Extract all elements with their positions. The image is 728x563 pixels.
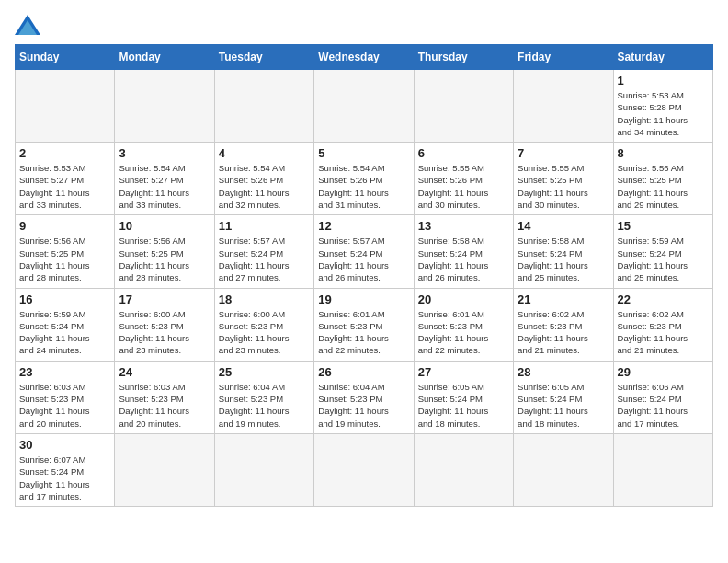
calendar-week-row: 9Sunrise: 5:56 AM Sunset: 5:25 PM Daylig… (16, 215, 713, 288)
day-number: 3 (119, 146, 210, 160)
day-number: 29 (618, 365, 709, 379)
calendar-cell: 24Sunrise: 6:03 AM Sunset: 5:23 PM Dayli… (115, 361, 214, 433)
calendar-week-row: 2Sunrise: 5:53 AM Sunset: 5:27 PM Daylig… (16, 143, 713, 215)
day-info: Sunrise: 5:53 AM Sunset: 5:27 PM Dayligh… (19, 162, 110, 211)
calendar-cell: 14Sunrise: 5:58 AM Sunset: 5:24 PM Dayli… (514, 215, 613, 288)
calendar-cell: 12Sunrise: 5:57 AM Sunset: 5:24 PM Dayli… (314, 215, 414, 288)
day-number: 18 (219, 293, 310, 306)
calendar-cell (414, 70, 513, 143)
day-number: 25 (219, 365, 310, 379)
day-number: 27 (418, 365, 509, 379)
calendar-cell: 28Sunrise: 6:05 AM Sunset: 5:24 PM Dayli… (514, 361, 613, 433)
calendar-cell: 13Sunrise: 5:58 AM Sunset: 5:24 PM Dayli… (414, 215, 513, 288)
calendar-cell: 27Sunrise: 6:05 AM Sunset: 5:24 PM Dayli… (414, 361, 513, 433)
calendar-cell (214, 433, 313, 506)
day-number: 21 (518, 293, 609, 306)
day-number: 1 (618, 74, 709, 87)
weekday-header-friday: Friday (514, 45, 613, 70)
calendar-cell: 7Sunrise: 5:55 AM Sunset: 5:25 PM Daylig… (514, 143, 613, 215)
calendar-cell (115, 433, 214, 506)
day-number: 4 (219, 146, 310, 160)
weekday-header-saturday: Saturday (613, 45, 712, 70)
calendar-table: SundayMondayTuesdayWednesdayThursdayFrid… (15, 44, 713, 507)
day-number: 23 (19, 365, 110, 379)
day-number: 13 (418, 219, 509, 233)
day-number: 19 (318, 293, 409, 306)
day-info: Sunrise: 5:59 AM Sunset: 5:24 PM Dayligh… (19, 308, 110, 357)
day-info: Sunrise: 6:05 AM Sunset: 5:24 PM Dayligh… (418, 381, 509, 430)
day-number: 28 (518, 365, 609, 379)
calendar-cell: 19Sunrise: 6:01 AM Sunset: 5:23 PM Dayli… (314, 288, 414, 361)
day-info: Sunrise: 6:06 AM Sunset: 5:24 PM Dayligh… (618, 381, 709, 430)
day-info: Sunrise: 5:56 AM Sunset: 5:25 PM Dayligh… (19, 235, 110, 283)
day-info: Sunrise: 5:58 AM Sunset: 5:24 PM Dayligh… (518, 235, 609, 283)
calendar-cell: 30Sunrise: 6:07 AM Sunset: 5:24 PM Dayli… (16, 433, 115, 506)
calendar-cell (314, 70, 414, 143)
day-info: Sunrise: 5:56 AM Sunset: 5:25 PM Dayligh… (119, 235, 210, 283)
calendar-cell (414, 433, 513, 506)
calendar-cell: 22Sunrise: 6:02 AM Sunset: 5:23 PM Dayli… (613, 288, 712, 361)
calendar-cell: 10Sunrise: 5:56 AM Sunset: 5:25 PM Dayli… (115, 215, 214, 288)
calendar-cell (214, 70, 313, 143)
day-info: Sunrise: 6:00 AM Sunset: 5:23 PM Dayligh… (119, 308, 210, 357)
day-info: Sunrise: 5:54 AM Sunset: 5:26 PM Dayligh… (318, 162, 409, 211)
calendar-cell: 21Sunrise: 6:02 AM Sunset: 5:23 PM Dayli… (514, 288, 613, 361)
day-info: Sunrise: 5:53 AM Sunset: 5:28 PM Dayligh… (618, 89, 709, 138)
calendar-cell: 20Sunrise: 6:01 AM Sunset: 5:23 PM Dayli… (414, 288, 513, 361)
day-number: 7 (518, 146, 609, 160)
day-number: 15 (618, 219, 709, 233)
weekday-header-sunday: Sunday (16, 45, 115, 70)
logo (15, 15, 44, 35)
calendar-cell: 2Sunrise: 5:53 AM Sunset: 5:27 PM Daylig… (16, 143, 115, 215)
calendar-week-row: 30Sunrise: 6:07 AM Sunset: 5:24 PM Dayli… (16, 433, 713, 506)
day-info: Sunrise: 6:07 AM Sunset: 5:24 PM Dayligh… (19, 454, 110, 502)
day-number: 9 (19, 219, 110, 233)
day-number: 12 (318, 219, 409, 233)
calendar-cell: 29Sunrise: 6:06 AM Sunset: 5:24 PM Dayli… (613, 361, 712, 433)
day-number: 17 (119, 293, 210, 306)
day-info: Sunrise: 6:01 AM Sunset: 5:23 PM Dayligh… (318, 308, 409, 357)
day-info: Sunrise: 5:57 AM Sunset: 5:24 PM Dayligh… (318, 235, 409, 283)
day-info: Sunrise: 5:55 AM Sunset: 5:25 PM Dayligh… (518, 162, 609, 211)
calendar-cell: 5Sunrise: 5:54 AM Sunset: 5:26 PM Daylig… (314, 143, 414, 215)
day-number: 2 (19, 146, 110, 160)
day-number: 26 (318, 365, 409, 379)
calendar-cell: 23Sunrise: 6:03 AM Sunset: 5:23 PM Dayli… (16, 361, 115, 433)
calendar-cell: 11Sunrise: 5:57 AM Sunset: 5:24 PM Dayli… (214, 215, 313, 288)
calendar-cell: 3Sunrise: 5:54 AM Sunset: 5:27 PM Daylig… (115, 143, 214, 215)
day-info: Sunrise: 6:01 AM Sunset: 5:23 PM Dayligh… (418, 308, 509, 357)
header (15, 15, 713, 35)
day-number: 22 (618, 293, 709, 306)
day-info: Sunrise: 5:58 AM Sunset: 5:24 PM Dayligh… (418, 235, 509, 283)
calendar-cell (613, 433, 712, 506)
calendar-cell: 8Sunrise: 5:56 AM Sunset: 5:25 PM Daylig… (613, 143, 712, 215)
calendar-week-row: 16Sunrise: 5:59 AM Sunset: 5:24 PM Dayli… (16, 288, 713, 361)
calendar-cell: 16Sunrise: 5:59 AM Sunset: 5:24 PM Dayli… (16, 288, 115, 361)
day-info: Sunrise: 6:02 AM Sunset: 5:23 PM Dayligh… (518, 308, 609, 357)
day-number: 6 (418, 146, 509, 160)
day-number: 11 (219, 219, 310, 233)
calendar-cell (115, 70, 214, 143)
day-info: Sunrise: 5:56 AM Sunset: 5:25 PM Dayligh… (618, 162, 709, 211)
day-info: Sunrise: 6:00 AM Sunset: 5:23 PM Dayligh… (219, 308, 310, 357)
calendar-cell: 1Sunrise: 5:53 AM Sunset: 5:28 PM Daylig… (613, 70, 712, 143)
calendar-cell (314, 433, 414, 506)
day-info: Sunrise: 6:03 AM Sunset: 5:23 PM Dayligh… (19, 381, 110, 430)
day-info: Sunrise: 6:05 AM Sunset: 5:24 PM Dayligh… (518, 381, 609, 430)
day-number: 16 (19, 293, 110, 306)
day-number: 10 (119, 219, 210, 233)
day-info: Sunrise: 5:57 AM Sunset: 5:24 PM Dayligh… (219, 235, 310, 283)
day-info: Sunrise: 6:02 AM Sunset: 5:23 PM Dayligh… (618, 308, 709, 357)
calendar-cell: 18Sunrise: 6:00 AM Sunset: 5:23 PM Dayli… (214, 288, 313, 361)
day-number: 8 (618, 146, 709, 160)
weekday-header-row: SundayMondayTuesdayWednesdayThursdayFrid… (16, 45, 713, 70)
day-info: Sunrise: 5:59 AM Sunset: 5:24 PM Dayligh… (618, 235, 709, 283)
day-number: 5 (318, 146, 409, 160)
day-info: Sunrise: 6:03 AM Sunset: 5:23 PM Dayligh… (119, 381, 210, 430)
weekday-header-monday: Monday (115, 45, 214, 70)
day-info: Sunrise: 5:54 AM Sunset: 5:26 PM Dayligh… (219, 162, 310, 211)
calendar-week-row: 23Sunrise: 6:03 AM Sunset: 5:23 PM Dayli… (16, 361, 713, 433)
calendar-cell: 26Sunrise: 6:04 AM Sunset: 5:23 PM Dayli… (314, 361, 414, 433)
day-info: Sunrise: 6:04 AM Sunset: 5:23 PM Dayligh… (219, 381, 310, 430)
calendar-cell: 6Sunrise: 5:55 AM Sunset: 5:26 PM Daylig… (414, 143, 513, 215)
